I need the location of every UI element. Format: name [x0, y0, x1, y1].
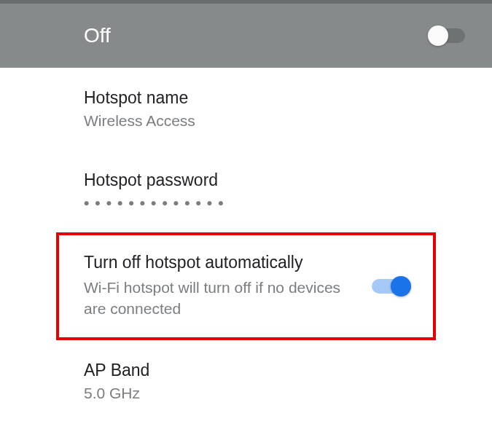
- ap-band-item[interactable]: AP Band 5.0 GHz: [0, 340, 492, 423]
- hotspot-master-toggle-row[interactable]: Off: [0, 4, 492, 68]
- auto-off-toggle[interactable]: [369, 276, 411, 296]
- hotspot-name-title: Hotspot name: [84, 88, 470, 108]
- hotspot-name-item[interactable]: Hotspot name Wireless Access: [0, 68, 492, 150]
- auto-off-item[interactable]: Turn off hotspot automatically Wi-Fi hot…: [56, 232, 436, 340]
- setting-text: Turn off hotspot automatically Wi-Fi hot…: [84, 253, 347, 320]
- setting-text: AP Band 5.0 GHz: [84, 361, 470, 402]
- hotspot-password-masked: •••••••••••••: [84, 194, 470, 212]
- auto-off-title: Turn off hotspot automatically: [84, 253, 347, 272]
- toggle-thumb: [428, 25, 448, 46]
- toggle-thumb: [391, 276, 411, 296]
- setting-text: Hotspot name Wireless Access: [84, 88, 470, 130]
- hotspot-status-label: Off: [84, 24, 111, 47]
- ap-band-title: AP Band: [84, 361, 470, 380]
- settings-list: Hotspot name Wireless Access Hotspot pas…: [0, 68, 492, 423]
- auto-off-description: Wi-Fi hotspot will turn off if no device…: [84, 277, 347, 320]
- ap-band-value: 5.0 GHz: [84, 385, 470, 402]
- hotspot-master-toggle[interactable]: [428, 25, 470, 46]
- hotspot-password-title: Hotspot password: [84, 170, 470, 190]
- hotspot-name-value: Wireless Access: [84, 112, 470, 130]
- hotspot-password-item[interactable]: Hotspot password •••••••••••••: [0, 150, 492, 232]
- setting-text: Hotspot password •••••••••••••: [84, 170, 470, 212]
